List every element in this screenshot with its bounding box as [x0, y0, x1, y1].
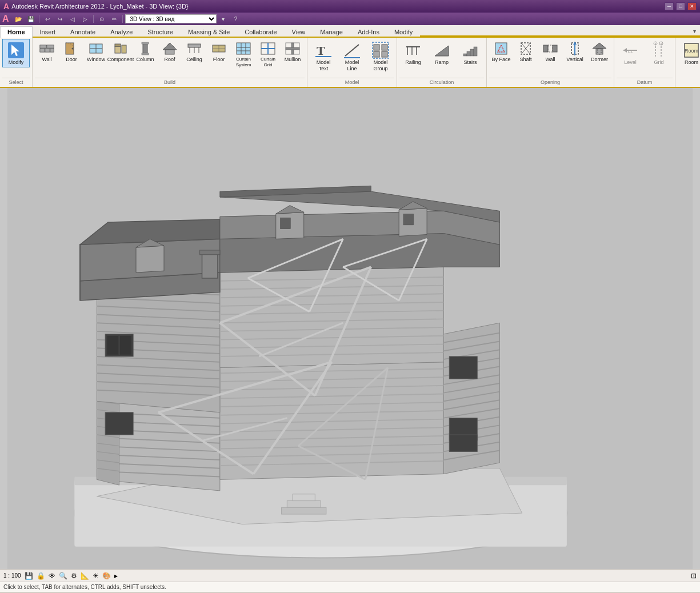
grid-button[interactable]: Grid: [645, 39, 673, 67]
tab-analyze[interactable]: Analyze: [103, 26, 140, 37]
svg-line-41: [345, 45, 359, 56]
statusbar-visibility-icon[interactable]: 👁: [49, 572, 55, 580]
tab-manage[interactable]: Manage: [313, 26, 350, 37]
svg-marker-52: [435, 46, 449, 56]
qa-back-button[interactable]: ◁: [67, 14, 78, 24]
floor-button[interactable]: Floor: [207, 39, 231, 65]
ribbon-group-model-content: T Model Text Model Line: [310, 39, 394, 78]
ceiling-label: Ceiling: [186, 57, 202, 63]
vertical-button[interactable]: Vertical: [563, 39, 587, 65]
statusbar-window-icon[interactable]: ⊡: [691, 572, 697, 580]
level-button[interactable]: L1 Level: [617, 39, 644, 67]
svg-rect-38: [286, 47, 299, 50]
model-group-label: Model: [310, 78, 394, 86]
svg-rect-208: [287, 501, 321, 508]
model-line-button[interactable]: Model Line: [338, 39, 366, 74]
curtain-grid-button[interactable]: Curtain Grid: [256, 39, 280, 69]
tab-addins[interactable]: Add-Ins: [350, 26, 387, 37]
statusbar-lock-icon[interactable]: 🔒: [37, 572, 45, 580]
qa-help-button[interactable]: ?: [230, 14, 242, 24]
statusbar-arrow-icon[interactable]: ▸: [114, 572, 118, 580]
tab-massing[interactable]: Massing & Site: [181, 26, 237, 37]
titlebar-right[interactable]: ─ □ ✕: [665, 2, 697, 10]
wall-opening-button[interactable]: Wall: [538, 39, 562, 65]
room-button[interactable]: Room Room: [678, 39, 700, 67]
model-line-icon: [343, 41, 361, 59]
shaft-button[interactable]: Shaft: [514, 39, 538, 65]
svg-rect-185: [449, 356, 477, 379]
curtain-system-button[interactable]: Curtain System: [231, 39, 255, 69]
ribbon: Modify Select Wall: [0, 38, 700, 88]
viewport[interactable]: [0, 88, 700, 569]
quick-access-toolbar: A 📂 💾 ↩ ↪ ◁ ▷ ⊙ ✏ 3D View : 3D вид ▾ ?: [0, 13, 700, 25]
statusbar-render-icon[interactable]: 🎨: [102, 572, 111, 580]
qa-open-button[interactable]: 📂: [13, 14, 24, 24]
by-face-label: By Face: [491, 57, 510, 63]
minimize-button[interactable]: ─: [665, 2, 674, 10]
circulation-group-label: Circulation: [399, 78, 484, 86]
wall-button[interactable]: Wall: [35, 39, 59, 65]
tab-view[interactable]: View: [285, 26, 313, 37]
floor-label: Floor: [213, 57, 225, 63]
shaft-label: Shaft: [519, 57, 531, 63]
ramp-button[interactable]: Ramp: [428, 39, 455, 67]
mullion-button[interactable]: Mullion: [281, 39, 305, 65]
status-message: Click to select, TAB for alternates, CTR…: [3, 584, 166, 590]
svg-rect-13: [115, 46, 121, 53]
ribbon-options-button[interactable]: ▾: [689, 26, 700, 37]
stairs-button[interactable]: Stairs: [457, 39, 484, 67]
railing-button[interactable]: Railing: [399, 39, 427, 67]
svg-rect-178: [403, 214, 414, 225]
svg-rect-205: [202, 253, 218, 278]
svg-rect-16: [143, 43, 147, 54]
maximize-button[interactable]: □: [676, 2, 685, 10]
statusbar: 1 : 100 💾 🔒 👁 🔍 ⚙ 📐 ☀ 🎨 ▸ ⊡: [0, 569, 700, 582]
tab-collaborate[interactable]: Collaborate: [237, 26, 284, 37]
svg-text:L1: L1: [628, 49, 633, 54]
viewport-content: [0, 88, 700, 569]
view-selector[interactable]: 3D View : 3D вид: [125, 14, 217, 23]
svg-rect-55: [470, 49, 474, 56]
window-icon: [88, 41, 104, 57]
ribbon-group-datum-content: L1 Level Grid: [617, 39, 673, 78]
modify-button[interactable]: Modify: [2, 39, 30, 67]
qa-dropdown-button[interactable]: ▾: [218, 14, 229, 24]
door-icon: [63, 41, 79, 57]
door-button[interactable]: Door: [59, 39, 83, 65]
qa-separator-2: [93, 15, 94, 23]
qa-redo-button[interactable]: ↪: [54, 14, 66, 24]
tab-insert[interactable]: Insert: [33, 26, 63, 37]
dormer-button[interactable]: Dormer: [587, 39, 611, 65]
tab-annotate[interactable]: Annotate: [63, 26, 103, 37]
ribbon-group-circulation-content: Railing Ramp: [399, 39, 484, 78]
tab-modify[interactable]: Modify: [387, 26, 420, 37]
column-button[interactable]: Column: [133, 39, 157, 65]
tab-structure[interactable]: Structure: [140, 26, 181, 37]
statusbar-save-icon[interactable]: 💾: [25, 572, 33, 580]
component-button[interactable]: Component: [109, 39, 133, 65]
model-group-button[interactable]: Model Group: [367, 39, 394, 74]
close-button[interactable]: ✕: [687, 2, 697, 10]
roof-button[interactable]: Roof: [158, 39, 182, 65]
statusbar-search-icon[interactable]: 🔍: [59, 572, 67, 580]
ribbon-group-select: Modify Select: [0, 38, 33, 87]
select-group-label: Select: [2, 78, 30, 86]
qa-forward-button[interactable]: ▷: [79, 14, 91, 24]
building-svg: [0, 88, 700, 569]
qa-annotate-button[interactable]: ✏: [109, 14, 120, 24]
window-button[interactable]: Window: [84, 39, 108, 65]
statusbar-sun-icon[interactable]: ☀: [93, 572, 99, 580]
qa-measure-button[interactable]: ⊙: [96, 14, 107, 24]
statusbar-measure-icon[interactable]: 📐: [81, 572, 89, 580]
railing-icon: [404, 41, 422, 59]
svg-text:T: T: [317, 43, 325, 58]
by-face-button[interactable]: By Face: [489, 39, 513, 65]
qa-undo-button[interactable]: ↩: [42, 14, 53, 24]
svg-rect-182: [107, 336, 119, 355]
ribbon-group-opening-content: By Face Shaft: [489, 39, 611, 73]
tab-home[interactable]: Home: [0, 26, 33, 38]
model-text-button[interactable]: T Model Text: [310, 39, 337, 74]
statusbar-settings-icon[interactable]: ⚙: [71, 572, 77, 580]
ceiling-button[interactable]: Ceiling: [182, 39, 206, 65]
qa-save-button[interactable]: 💾: [25, 14, 37, 24]
